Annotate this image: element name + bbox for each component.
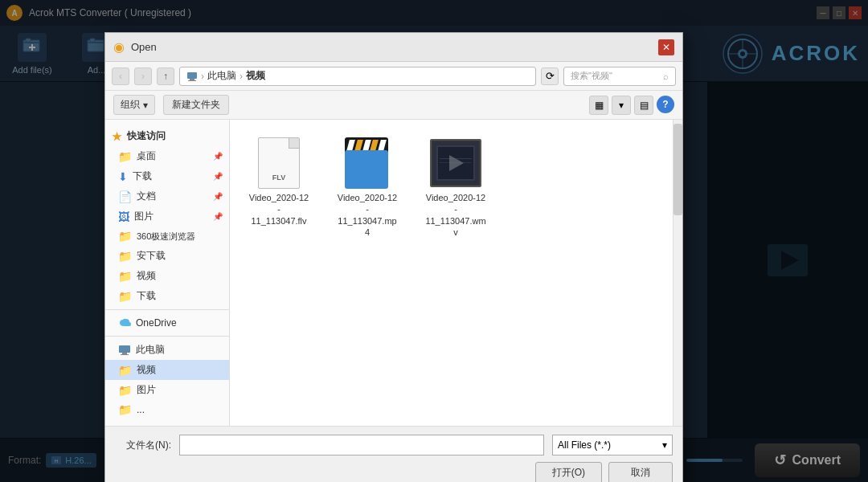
dialog-overlay: ◉ Open ✕ ‹ › ↑ › 此电脑 › 视频 (0, 0, 868, 482)
dialog-sidebar: ★ 快速访问 📁 桌面 📌 ⬇ 下载 📌 📄 (105, 120, 230, 426)
action-row: 打开(O) 取消 (115, 462, 673, 482)
quick-access-label: 快速访问 (127, 129, 166, 143)
sidebar-item-360browser[interactable]: 📁 360极速浏览器 (105, 227, 229, 246)
filetype-label: All Files (*.*) (558, 439, 611, 451)
sidebar-item-desktop[interactable]: 📁 桌面 📌 (105, 146, 229, 166)
help-button[interactable]: ? (657, 96, 674, 113)
folder-icon: 📄 (118, 190, 132, 203)
quick-access-header: ★ 快速访问 (105, 126, 229, 146)
mp4-file-icon (345, 137, 390, 189)
dialog-close-button[interactable]: ✕ (658, 39, 674, 55)
svg-rect-34 (440, 162, 472, 163)
sidebar-item-label: ... (137, 404, 145, 415)
sidebar-item-documents[interactable]: 📄 文档 📌 (105, 186, 229, 206)
filename-input[interactable] (179, 435, 544, 455)
clapper-body (345, 150, 388, 189)
sidebar-item-an-downloads[interactable]: 📁 安下载 (105, 246, 229, 266)
view-btn-list[interactable]: ▾ (612, 96, 631, 115)
sidebar-item-label: 文档 (137, 190, 156, 203)
folder-icon: 📁 (118, 290, 132, 303)
search-box[interactable]: 搜索"视频" ⌕ (563, 67, 676, 86)
folder-icon: ⬇ (118, 170, 128, 183)
wmv-file-name: Video_2020-12-11_113047.wmv (424, 192, 487, 238)
file-item-mp4[interactable]: Video_2020-12-11_113047.mp4 (331, 133, 403, 243)
svg-rect-23 (187, 72, 197, 79)
folder-icon: 📁 (118, 230, 132, 243)
scroll-thumb (674, 124, 682, 215)
sidebar-item-thispc[interactable]: 此电脑 (105, 340, 229, 360)
sidebar-item-label: 下载 (133, 170, 152, 183)
filename-row: 文件名(N): All Files (*.*) ▾ (115, 435, 673, 455)
sidebar-item-videos-pc[interactable]: 📁 视频 (105, 360, 229, 380)
folder-icon: 🖼 (118, 210, 129, 223)
wmv-file-icon-container (430, 137, 481, 189)
address-path: › 此电脑 › 视频 (179, 67, 536, 86)
flv-file-icon-container: FLV (253, 137, 305, 189)
dialog-title-bar: ◉ Open ✕ (105, 33, 682, 62)
nav-forward-button[interactable]: › (134, 67, 152, 85)
file-item-wmv[interactable]: Video_2020-12-11_113047.wmv (420, 133, 492, 243)
cancel-label: 取消 (631, 467, 650, 478)
filetype-select[interactable]: All Files (*.*) ▾ (552, 435, 673, 455)
dialog-files-area: FLV Video_2020-12-11_113047.flv (230, 120, 682, 426)
sidebar-item-label: 图片 (134, 210, 154, 223)
search-placeholder: 搜索"视频" (571, 70, 612, 82)
new-folder-button[interactable]: 新建文件夹 (163, 95, 229, 115)
sidebar-divider2 (105, 336, 229, 337)
path-separator2: › (240, 71, 243, 82)
organize-button[interactable]: 组织 ▾ (113, 95, 155, 115)
path-part2: 视频 (246, 69, 265, 83)
sidebar-item-more[interactable]: 📁 ... (105, 400, 229, 419)
sidebar-divider1 (105, 309, 229, 310)
mp4-file-icon-container (342, 137, 393, 189)
pin-icon: 📌 (213, 172, 223, 181)
pin-icon: 📌 (213, 192, 223, 201)
nav-back-button[interactable]: ‹ (112, 67, 129, 85)
svg-rect-25 (188, 80, 196, 81)
cancel-button[interactable]: 取消 (608, 462, 673, 482)
open-dialog: ◉ Open ✕ ‹ › ↑ › 此电脑 › 视频 (104, 32, 683, 482)
view-btn-grid[interactable]: ▦ (589, 96, 608, 115)
wmv-thumbnail (432, 141, 480, 186)
files-content: FLV Video_2020-12-11_113047.flv (230, 120, 682, 426)
path-separator1: › (201, 71, 204, 82)
dialog-title-icon: ◉ (113, 39, 125, 55)
folder-icon: 📁 (118, 364, 132, 377)
sidebar-item-label: OneDrive (136, 317, 177, 329)
sidebar-item-videos-quick[interactable]: 📁 视频 (105, 266, 229, 286)
flv-file-icon: FLV (258, 137, 300, 189)
folder-icon: 📁 (118, 384, 132, 397)
sidebar-item-label: 视频 (137, 269, 156, 283)
address-bar: ‹ › ↑ › 此电脑 › 视频 ⟳ 搜索"视频" ⌕ (105, 62, 682, 91)
folder-icon: 📁 (118, 403, 132, 416)
sidebar-item-label: 安下载 (137, 249, 166, 263)
mp4-file-name: Video_2020-12-11_113047.mp4 (336, 192, 399, 238)
sidebar-item-pictures[interactable]: 🖼 图片 📌 (105, 206, 229, 227)
file-item-flv[interactable]: FLV Video_2020-12-11_113047.flv (243, 133, 315, 243)
sidebar-item-onedrive[interactable]: OneDrive (105, 313, 229, 333)
computer-icon (186, 71, 198, 82)
sidebar-item-pictures-pc[interactable]: 📁 图片 (105, 380, 229, 400)
open-button[interactable]: 打开(O) (535, 462, 602, 482)
pin-icon: 📌 (213, 152, 223, 161)
open-label: 打开(O) (552, 467, 585, 478)
sidebar-item-downloads1[interactable]: ⬇ 下载 📌 (105, 166, 229, 186)
refresh-button[interactable]: ⟳ (541, 67, 559, 85)
search-icon: ⌕ (663, 71, 669, 81)
folder-icon: 📁 (118, 150, 132, 163)
organize-arrow: ▾ (143, 100, 148, 111)
sidebar-item-label: 桌面 (137, 149, 156, 163)
dialog-body: ★ 快速访问 📁 桌面 📌 ⬇ 下载 📌 📄 (105, 120, 682, 426)
path-part1: 此电脑 (207, 69, 236, 83)
dialog-toolbar: 组织 ▾ 新建文件夹 ▦ ▾ ▤ ? (105, 91, 682, 120)
files-scrollbar[interactable] (673, 120, 682, 426)
svg-rect-26 (119, 345, 130, 353)
view-btn-detail[interactable]: ▤ (634, 96, 653, 115)
nav-up-button[interactable]: ↑ (157, 67, 174, 85)
sidebar-item-downloads2[interactable]: 📁 下载 (105, 286, 229, 306)
sidebar-item-label: 此电脑 (136, 343, 165, 357)
sidebar-item-label: 视频 (137, 363, 156, 377)
sidebar-item-label: 图片 (137, 383, 156, 397)
pin-icon: 📌 (213, 212, 223, 221)
folder-icon: 📁 (118, 270, 132, 283)
